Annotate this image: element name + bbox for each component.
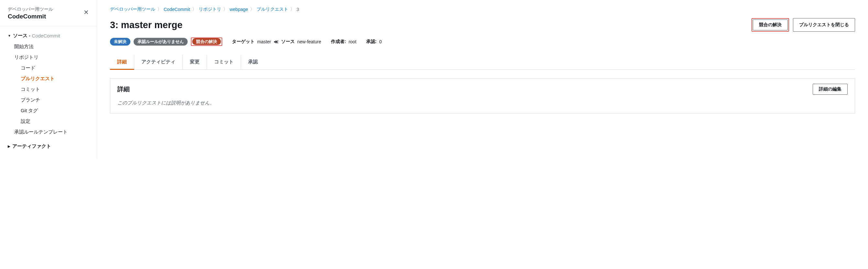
status-badge: 未解決 xyxy=(110,38,130,45)
nav-section-header-artifacts[interactable]: ▶ アーティファクト xyxy=(8,141,89,152)
approval-label: 承認: xyxy=(366,39,377,45)
approval-rules-badge: 承認ルールがありません xyxy=(134,38,188,45)
double-chevron-left-icon: ≪ xyxy=(274,39,279,44)
sidebar-subtitle: デベロッパー用ツール xyxy=(8,6,53,12)
nav-section-header-source[interactable]: ▼ ソース • CodeCommit xyxy=(8,30,89,41)
detail-panel: 詳細 詳細の編集 このプルリクエストには説明がありません。 xyxy=(110,78,855,113)
breadcrumb-link[interactable]: プルリクエスト xyxy=(256,6,288,12)
main-content: デベロッパー用ツール〉 CodeCommit〉 リポジトリ〉 webpage〉 … xyxy=(97,0,868,159)
nav-item-branches[interactable]: ブランチ xyxy=(8,95,89,105)
nav-section-label: アーティファクト xyxy=(12,143,51,149)
nav-item-approval-templates[interactable]: 承認ルールテンプレート xyxy=(8,127,89,137)
chevron-right-icon: 〉 xyxy=(250,6,255,12)
empty-description: このプルリクエストには説明がありません。 xyxy=(118,100,215,105)
author-value: root xyxy=(348,39,356,44)
target-label: ターゲット xyxy=(232,39,255,45)
nav-item-getting-started[interactable]: 開始方法 xyxy=(8,41,89,52)
sidebar-header: デベロッパー用ツール CodeCommit ✕ xyxy=(0,6,97,26)
conflict-badge: 競合の解決 xyxy=(192,38,221,45)
nav-section-label: ソース xyxy=(13,33,28,39)
chevron-right-icon: 〉 xyxy=(223,6,228,12)
caret-down-icon: ▼ xyxy=(8,34,11,37)
action-buttons: 競合の解決 プルリクエストを閉じる xyxy=(751,18,855,32)
sidebar-title: CodeCommit xyxy=(8,13,53,20)
author-meta: 作成者: root xyxy=(331,39,356,45)
nav-section-hint: • CodeCommit xyxy=(29,33,60,38)
tab-commits[interactable]: コミット xyxy=(207,55,241,69)
source-label: ソース xyxy=(281,39,295,45)
breadcrumb-link[interactable]: デベロッパー用ツール xyxy=(110,6,155,12)
nav-item-code[interactable]: コード xyxy=(8,63,89,73)
panel-title: 詳細 xyxy=(118,85,130,94)
close-pr-button[interactable]: プルリクエストを閉じる xyxy=(793,18,855,32)
nav-section-source: ▼ ソース • CodeCommit 開始方法 リポジトリ コード プルリクエス… xyxy=(0,30,97,152)
chevron-right-icon: 〉 xyxy=(192,6,197,12)
tabs: 詳細 アクティビティ 変更 コミット 承認 xyxy=(110,55,855,70)
highlight-conflict-badge: 競合の解決 xyxy=(191,37,222,46)
target-meta: ターゲット master ≪ ソース new-feature xyxy=(232,39,321,45)
highlight-resolve-conflict: 競合の解決 xyxy=(751,18,789,32)
chevron-right-icon: 〉 xyxy=(290,6,295,12)
sidebar-divider xyxy=(0,26,97,26)
chevron-right-icon: 〉 xyxy=(157,6,162,12)
caret-right-icon: ▶ xyxy=(8,144,10,148)
approval-value: 0 xyxy=(379,39,382,44)
source-value: new-feature xyxy=(297,39,321,44)
nav-item-git-tags[interactable]: Git タグ xyxy=(8,105,89,116)
breadcrumb-link[interactable]: CodeCommit xyxy=(164,7,190,12)
panel-header: 詳細 詳細の編集 xyxy=(110,78,855,100)
page-title: 3: master merge xyxy=(110,20,183,30)
close-icon[interactable]: ✕ xyxy=(84,8,89,16)
nav-item-commits[interactable]: コミット xyxy=(8,84,89,95)
tab-approvals[interactable]: 承認 xyxy=(241,55,265,69)
tab-changes[interactable]: 変更 xyxy=(183,55,207,69)
title-row: 3: master merge 競合の解決 プルリクエストを閉じる xyxy=(110,18,855,32)
target-value: master xyxy=(257,39,271,44)
badges-row: 未解決 承認ルールがありません 競合の解決 ターゲット master ≪ ソース… xyxy=(110,37,855,46)
breadcrumb-link[interactable]: リポジトリ xyxy=(199,6,221,12)
nav-item-settings[interactable]: 設定 xyxy=(8,116,89,127)
breadcrumb-link[interactable]: webpage xyxy=(230,7,248,12)
author-label: 作成者: xyxy=(331,39,346,45)
breadcrumb: デベロッパー用ツール〉 CodeCommit〉 リポジトリ〉 webpage〉 … xyxy=(110,6,855,12)
resolve-conflict-button[interactable]: 競合の解決 xyxy=(753,20,788,30)
nav-item-repositories[interactable]: リポジトリ xyxy=(8,52,89,63)
sidebar: デベロッパー用ツール CodeCommit ✕ ▼ ソース • CodeComm… xyxy=(0,0,97,159)
panel-body: このプルリクエストには説明がありません。 xyxy=(110,100,855,113)
nav-item-pull-requests[interactable]: プルリクエスト xyxy=(8,73,89,84)
tab-detail[interactable]: 詳細 xyxy=(110,55,134,70)
approval-meta: 承認: 0 xyxy=(366,39,382,45)
tab-activity[interactable]: アクティビティ xyxy=(134,55,183,69)
edit-detail-button[interactable]: 詳細の編集 xyxy=(813,84,848,95)
breadcrumb-current: 3 xyxy=(297,7,299,12)
